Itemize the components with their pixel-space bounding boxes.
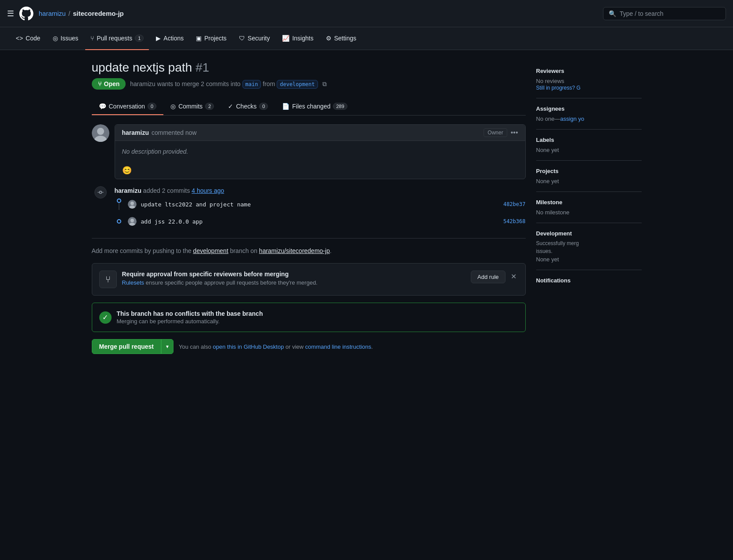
development-title: Development bbox=[536, 230, 642, 237]
commits-tab-label: Commits bbox=[178, 103, 202, 110]
merge-status-content: This branch has no conflicts with the ba… bbox=[117, 310, 263, 325]
projects-value: None yet bbox=[536, 178, 642, 184]
pr-title: update nextjs path #1 bbox=[92, 61, 526, 75]
conversation-tab-label: Conversation bbox=[109, 103, 145, 110]
pull-requests-icon: ⑂ bbox=[90, 35, 94, 42]
ruleset-icon: ⑂ bbox=[105, 275, 111, 285]
close-ruleset-button[interactable]: ✕ bbox=[509, 271, 518, 282]
section-divider bbox=[92, 238, 526, 238]
security-icon: 🛡 bbox=[239, 35, 245, 42]
nav-item-issues[interactable]: ◎ Issues bbox=[47, 27, 83, 50]
merge-dropdown-button[interactable]: ▾ bbox=[161, 339, 173, 354]
merge-status-subtitle: Merging can be performed automatically. bbox=[117, 318, 263, 325]
commits-tab-badge: 2 bbox=[205, 103, 214, 110]
labels-title: Labels bbox=[536, 137, 642, 143]
files-changed-tab-label: Files changed bbox=[292, 103, 330, 110]
breadcrumb: haramizu / sitecoredemo-jp bbox=[39, 10, 124, 17]
development-branch-link[interactable]: development bbox=[193, 247, 228, 254]
milestone-value: No milestone bbox=[536, 209, 642, 216]
add-rule-button[interactable]: Add rule bbox=[471, 271, 505, 283]
nav-item-security[interactable]: 🛡 Security bbox=[234, 27, 275, 50]
command-line-instructions-link[interactable]: command line instructions bbox=[305, 343, 371, 350]
projects-title: Projects bbox=[536, 168, 642, 174]
commit-tree-connector-1 bbox=[115, 199, 123, 210]
notifications-title: Notifications bbox=[536, 277, 642, 284]
settings-icon: ⚙ bbox=[326, 35, 332, 42]
files-changed-tab-badge: 289 bbox=[333, 103, 347, 110]
tab-checks[interactable]: ✓ Checks 0 bbox=[221, 98, 275, 115]
comment-footer: 😊 bbox=[115, 162, 525, 179]
emoji-react-button[interactable]: 😊 bbox=[122, 166, 132, 175]
nav-item-pull-requests[interactable]: ⑂ Pull requests 1 bbox=[85, 27, 149, 50]
checks-tab-label: Checks bbox=[236, 103, 256, 110]
top-navigation: ☰ haramizu / sitecoredemo-jp 🔍 Type / to… bbox=[0, 0, 733, 27]
more-options-button[interactable]: ••• bbox=[511, 129, 518, 137]
nav-label-insights: Insights bbox=[292, 35, 313, 42]
nav-label-code: Code bbox=[25, 35, 40, 42]
main-content: update nextjs path #1 ⑂ Open haramizu wa… bbox=[81, 50, 652, 363]
commit-line-1 bbox=[119, 203, 119, 210]
nav-item-insights[interactable]: 📈 Insights bbox=[277, 27, 318, 50]
ruleset-section: ⑂ Require approval from specific reviewe… bbox=[92, 263, 526, 296]
nav-label-actions: Actions bbox=[163, 35, 184, 42]
nav-item-settings[interactable]: ⚙ Settings bbox=[321, 27, 362, 50]
breadcrumb-user[interactable]: haramizu bbox=[39, 10, 66, 17]
nav-item-code[interactable]: <> Code bbox=[11, 27, 46, 50]
rulesets-link[interactable]: Rulesets bbox=[122, 279, 144, 286]
sidebar-milestone: Milestone No milestone bbox=[536, 191, 642, 223]
sidebar-development: Development Successfully merg issues. No… bbox=[536, 223, 642, 270]
reviewers-in-progress[interactable]: Still in progress? G bbox=[536, 85, 581, 91]
sidebar-reviewers: Reviewers No reviews Still in progress? … bbox=[536, 61, 642, 98]
checks-tab-icon: ✓ bbox=[228, 103, 233, 110]
nav-label-issues: Issues bbox=[61, 35, 78, 42]
github-logo bbox=[19, 7, 33, 21]
merge-actions: Merge pull request ▾ You can also open t… bbox=[92, 339, 526, 354]
commit-avatar-2 bbox=[128, 217, 137, 226]
assign-link[interactable]: assign yo bbox=[560, 116, 584, 122]
pr-status-badge: ⑂ Open bbox=[92, 78, 126, 90]
pr-head-branch[interactable]: development bbox=[277, 80, 318, 89]
pr-meta: ⑂ Open haramizu wants to merge 2 commits… bbox=[92, 78, 526, 90]
breadcrumb-repo: sitecoredemo-jp bbox=[73, 10, 124, 17]
svg-point-7 bbox=[130, 219, 134, 222]
comment-avatar bbox=[92, 124, 109, 142]
activity-username: haramizu bbox=[115, 187, 141, 194]
commit-hash-2[interactable]: 542b368 bbox=[503, 218, 526, 224]
repo-link[interactable]: haramizu/sitecoredemo-jp bbox=[259, 247, 330, 254]
nav-item-projects[interactable]: ▣ Projects bbox=[191, 27, 232, 50]
sidebar-notifications: Notifications bbox=[536, 270, 642, 294]
tab-files-changed[interactable]: 📄 Files changed 289 bbox=[275, 98, 354, 115]
ruleset-icon-wrapper: ⑂ bbox=[99, 271, 117, 288]
merge-button-group: Merge pull request ▾ bbox=[92, 339, 173, 354]
files-changed-tab-icon: 📄 bbox=[282, 103, 289, 110]
pr-tabs: 💬 Conversation 0 ◎ Commits 2 ✓ Checks 0 … bbox=[92, 98, 526, 116]
insights-icon: 📈 bbox=[282, 35, 289, 42]
pr-status-text: Open bbox=[104, 80, 120, 87]
search-bar[interactable]: 🔍 Type / to search bbox=[603, 7, 726, 20]
reviewers-title: Reviewers bbox=[536, 68, 642, 74]
merge-status-box: ✓ This branch has no conflicts with the … bbox=[92, 303, 526, 332]
reviewers-value: No reviews Still in progress? G bbox=[536, 78, 642, 91]
activity-time[interactable]: 4 hours ago bbox=[191, 187, 224, 194]
hamburger-menu[interactable]: ☰ bbox=[7, 9, 14, 18]
commit-node-2 bbox=[117, 219, 121, 224]
pr-number: #1 bbox=[195, 61, 209, 74]
labels-value: None yet bbox=[536, 147, 642, 153]
development-issues-text: issues. bbox=[536, 248, 642, 254]
commit-item-2: add jss 22.0.0 app 542b368 bbox=[115, 217, 526, 226]
actions-icon: ▶ bbox=[156, 35, 161, 42]
open-github-desktop-link[interactable]: open this in GitHub Desktop bbox=[213, 343, 284, 350]
nav-item-actions[interactable]: ▶ Actions bbox=[151, 27, 189, 50]
comment-time: commented now bbox=[152, 129, 197, 136]
milestone-title: Milestone bbox=[536, 199, 642, 206]
pr-base-branch[interactable]: main bbox=[242, 80, 261, 89]
commit-hash-1[interactable]: 482be37 bbox=[503, 201, 526, 207]
tab-conversation[interactable]: 💬 Conversation 0 bbox=[92, 98, 164, 115]
comment-username: haramizu bbox=[122, 129, 149, 136]
pr-title-text: update nextjs path bbox=[92, 61, 192, 74]
merge-pull-request-button[interactable]: Merge pull request bbox=[92, 339, 161, 354]
commit-node-1 bbox=[117, 199, 121, 203]
comment-header-left: haramizu commented now bbox=[122, 129, 197, 136]
tab-commits[interactable]: ◎ Commits 2 bbox=[163, 98, 221, 115]
search-placeholder: Type / to search bbox=[620, 10, 664, 17]
